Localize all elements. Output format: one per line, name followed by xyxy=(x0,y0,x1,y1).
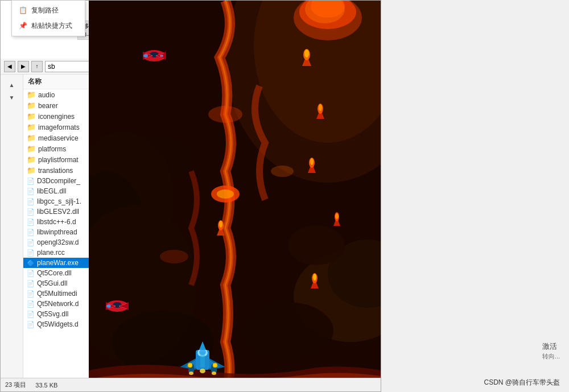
item-name: Qt5Widgets.d xyxy=(37,320,79,328)
explorer-window: 移动... ◀ ▶ ↑ ↻ ▼ 在搜 ▲ ▼ 名称 📁 audio 📁 bear… xyxy=(0,0,381,392)
game-area xyxy=(89,1,381,391)
item-name: plane.rcc xyxy=(37,249,65,257)
size-label: 33.5 KB xyxy=(35,382,57,389)
folder-icon: 📁 xyxy=(27,166,36,175)
folder-icon: 📁 xyxy=(27,123,36,131)
dll-icon: 📄 xyxy=(27,229,35,236)
item-name: Qt5Gui.dll xyxy=(37,279,67,287)
dll-icon: 📄 xyxy=(27,280,35,287)
folder-icon: 📁 xyxy=(27,90,36,99)
svg-point-20 xyxy=(310,158,314,165)
dll-icon: 📄 xyxy=(27,311,35,318)
svg-point-70 xyxy=(200,369,205,373)
nav-up-arrow[interactable]: ▲ xyxy=(6,79,18,90)
csdn-watermark-area: 激活 转向... CSDN @骑自行车带头盔 xyxy=(398,335,569,392)
svg-point-22 xyxy=(335,212,339,221)
item-name: libGLESV2.dll xyxy=(37,208,79,216)
svg-point-6 xyxy=(89,171,146,285)
rcc-icon: 📄 xyxy=(27,249,35,257)
item-name: bearer xyxy=(38,102,58,110)
svg-point-68 xyxy=(189,372,193,375)
item-name: translations xyxy=(38,167,73,175)
exe-icon: 🔷 xyxy=(27,259,35,267)
svg-marker-12 xyxy=(302,55,311,66)
paste-shortcut-item[interactable]: 📌 粘贴快捷方式 xyxy=(12,18,85,34)
left-nav: ▲ ▼ xyxy=(1,75,23,378)
dll-icon: 📄 xyxy=(27,208,35,216)
folder-icon: 📁 xyxy=(27,101,36,110)
folder-icon: 📁 xyxy=(27,112,36,121)
folder-icon: 📁 xyxy=(27,134,36,142)
svg-point-1 xyxy=(225,1,381,183)
svg-point-11 xyxy=(217,189,234,199)
dll-icon: 📄 xyxy=(27,300,35,308)
item-name: libEGL.dll xyxy=(37,187,66,195)
svg-point-23 xyxy=(335,213,339,219)
svg-rect-73 xyxy=(200,352,205,368)
svg-point-32 xyxy=(160,250,188,263)
svg-marker-24 xyxy=(217,225,225,236)
svg-point-42 xyxy=(150,52,159,57)
nav-forward-button[interactable]: ▶ xyxy=(18,61,29,72)
svg-point-37 xyxy=(294,1,362,40)
svg-point-53 xyxy=(106,304,111,308)
copy-path-label: 复制路径 xyxy=(31,6,59,15)
svg-point-43 xyxy=(143,54,148,57)
svg-marker-18 xyxy=(308,163,316,173)
svg-point-34 xyxy=(288,225,345,265)
dll-icon: 📄 xyxy=(27,270,35,277)
item-name: libwinpthread xyxy=(37,228,77,236)
item-name: Qt5Network.d xyxy=(37,300,79,308)
activation-text: 激活 转向... xyxy=(542,341,560,361)
svg-marker-21 xyxy=(333,217,340,226)
dll-icon: 📄 xyxy=(27,188,35,195)
nav-up-button[interactable]: ↑ xyxy=(31,61,43,72)
player-ship xyxy=(180,341,225,376)
svg-point-5 xyxy=(89,131,174,268)
svg-point-33 xyxy=(123,137,191,183)
svg-point-69 xyxy=(212,372,216,375)
dll-icon: 📄 xyxy=(27,178,35,185)
context-menu[interactable]: 📋 复制路径 📌 粘贴快捷方式 xyxy=(11,0,85,36)
dll-icon: 📄 xyxy=(27,198,35,205)
item-name: Qt5Core.dll xyxy=(37,269,72,277)
svg-marker-65 xyxy=(199,341,206,350)
dll-icon: 📄 xyxy=(27,218,35,226)
svg-point-13 xyxy=(303,49,310,60)
item-name: Qt5Svg.dll xyxy=(37,310,68,318)
svg-point-14 xyxy=(304,49,309,57)
game-canvas xyxy=(89,1,381,391)
svg-point-52 xyxy=(113,302,122,308)
svg-point-8 xyxy=(294,251,381,342)
paste-icon: 📌 xyxy=(19,22,28,31)
svg-marker-27 xyxy=(311,278,319,288)
item-name: iconengines xyxy=(38,113,75,121)
svg-marker-15 xyxy=(316,109,324,119)
count-text: 项目 xyxy=(14,381,26,388)
count-number: 23 xyxy=(5,381,14,388)
svg-rect-0 xyxy=(89,1,381,391)
copy-path-item[interactable]: 📋 复制路径 xyxy=(12,3,85,18)
nav-down-arrow[interactable]: ▼ xyxy=(6,92,18,103)
svg-point-16 xyxy=(318,104,323,114)
svg-point-3 xyxy=(299,1,356,29)
svg-point-48 xyxy=(160,55,163,57)
svg-point-28 xyxy=(312,273,318,283)
item-name: imageformats xyxy=(38,123,80,131)
svg-point-2 xyxy=(254,1,381,143)
dll-icon: 📄 xyxy=(27,290,35,298)
folder-icon: 📁 xyxy=(27,155,36,164)
svg-point-38 xyxy=(305,1,345,23)
svg-point-31 xyxy=(271,166,294,177)
item-name: playlistformat xyxy=(38,156,79,164)
item-name: libgcc_s_sjlj-1. xyxy=(37,197,81,205)
nav-back-button[interactable]: ◀ xyxy=(4,61,15,72)
svg-point-35 xyxy=(242,302,333,359)
item-count-label: 23 项目 xyxy=(5,381,26,389)
svg-point-10 xyxy=(211,185,240,203)
folder-icon: 📁 xyxy=(27,145,36,153)
svg-point-30 xyxy=(208,106,242,123)
enemy-ship-2 xyxy=(103,296,131,316)
item-name: planeWar.exe xyxy=(37,259,79,267)
svg-point-4 xyxy=(311,1,345,18)
